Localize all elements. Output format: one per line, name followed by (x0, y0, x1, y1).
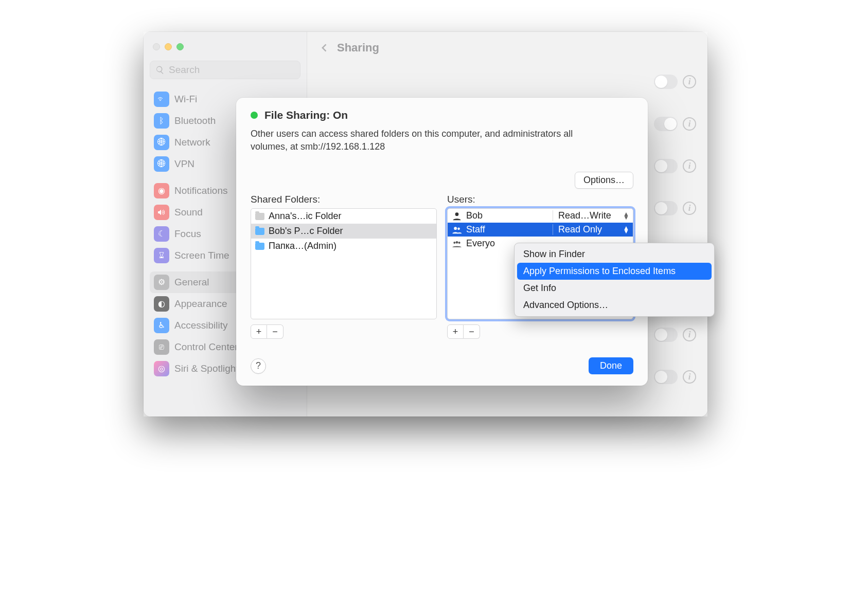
sidebar-item-label: Wi-Fi (174, 93, 197, 106)
toggle[interactable] (654, 117, 678, 131)
remove-user-button[interactable]: − (464, 324, 480, 339)
bluetooth-icon: ᛒ (154, 113, 169, 129)
user-name: Staff (466, 224, 485, 235)
svg-point-0 (455, 212, 459, 216)
folder-name: Anna's…ic Folder (269, 211, 342, 222)
sidebar-item-label: Network (174, 136, 210, 149)
sidebar-item-label: Bluetooth (174, 115, 216, 128)
back-icon[interactable] (320, 43, 330, 53)
shared-folders-label: Shared Folders: (251, 194, 437, 205)
file-sharing-sheet: File Sharing: On Other users can access … (236, 98, 648, 386)
svg-point-1 (454, 227, 457, 230)
search-icon (155, 65, 165, 75)
add-user-button[interactable]: + (447, 324, 464, 339)
shared-folders-pane: Shared Folders: Anna's…ic Folder Bob's P… (251, 194, 437, 339)
toggle[interactable] (654, 159, 678, 173)
menu-item-apply-permissions[interactable]: Apply Permissions to Enclosed Items (517, 263, 712, 280)
sidebar-item-label: Focus (174, 228, 201, 241)
help-button[interactable]: ? (251, 358, 266, 374)
user-name: Everyo (466, 238, 495, 249)
remove-folder-button[interactable]: − (267, 324, 283, 339)
sidebar-item-label: Screen Time (174, 249, 229, 262)
vpn-icon: 🌐︎ (154, 156, 169, 172)
status-dot-icon (251, 112, 258, 119)
shared-folders-list[interactable]: Anna's…ic Folder Bob's P…c Folder Папка…… (251, 208, 437, 319)
user-name: Bob (466, 210, 483, 221)
folder-icon (255, 228, 264, 235)
info-button[interactable]: i (683, 159, 696, 173)
folder-icon (255, 243, 264, 250)
bell-icon: ◉ (154, 183, 169, 198)
info-button[interactable]: i (683, 370, 696, 384)
globe-icon: 🌐︎ (154, 135, 169, 150)
folder-row[interactable]: Bob's P…c Folder (251, 224, 436, 239)
person-icon (452, 211, 462, 221)
folder-icon (255, 213, 264, 220)
info-button[interactable]: i (683, 75, 696, 88)
permission-dropdown[interactable]: Read…Write▲▼ (553, 210, 629, 221)
close-window-button[interactable] (153, 43, 160, 50)
folder-name: Папка…(Admin) (269, 241, 336, 251)
toggle[interactable] (654, 201, 678, 215)
info-button[interactable]: i (683, 117, 696, 131)
permission-value: Read Only (558, 224, 602, 235)
folder-row[interactable]: Anna's…ic Folder (251, 209, 436, 224)
permission-value: Read…Write (558, 210, 611, 221)
sheet-title: File Sharing: On (251, 109, 633, 121)
traffic-lights (150, 40, 300, 61)
zoom-window-button[interactable] (176, 43, 184, 50)
wifi-icon: ᯤ (154, 92, 169, 107)
search-input[interactable]: Search (150, 61, 300, 79)
sidebar-item-label: Appearance (174, 298, 227, 311)
menu-item-show-in-finder[interactable]: Show in Finder (517, 246, 712, 263)
service-row: i (318, 61, 696, 103)
contrast-icon: ◐ (154, 296, 169, 312)
sidebar-item-label: VPN (174, 158, 194, 171)
users-label: Users: (447, 194, 633, 205)
header: Sharing (307, 32, 707, 61)
toggle[interactable] (654, 328, 678, 342)
sheet-title-text: File Sharing: On (264, 109, 348, 121)
page-title: Sharing (337, 41, 379, 55)
svg-point-4 (456, 241, 458, 244)
folder-row[interactable]: Папка…(Admin) (251, 239, 436, 253)
sidebar-item-label: Accessibility (174, 319, 227, 332)
sidebar-item-label: Control Center (174, 341, 238, 354)
user-add-remove: + − (447, 324, 633, 339)
people-icon (452, 239, 462, 248)
done-button[interactable]: Done (589, 357, 633, 374)
permission-dropdown[interactable]: Read Only▲▼ (553, 224, 629, 235)
moon-icon: ☾ (154, 226, 169, 242)
sidebar-item-label: Notifications (174, 185, 228, 197)
search-placeholder: Search (169, 64, 200, 76)
gear-icon: ⚙︎ (154, 275, 169, 290)
toggle[interactable] (654, 75, 678, 89)
hourglass-icon: ⌛︎ (154, 248, 169, 263)
context-menu: Show in Finder Apply Permissions to Encl… (514, 243, 715, 317)
sidebar-item-label: General (174, 276, 209, 289)
menu-item-advanced-options[interactable]: Advanced Options… (517, 297, 712, 314)
menu-item-get-info[interactable]: Get Info (517, 280, 712, 297)
accessibility-icon: ♿︎ (154, 318, 169, 333)
toggle[interactable] (654, 370, 678, 384)
siri-icon: ◎ (154, 361, 169, 376)
sidebar-item-label: Siri & Spotlight (174, 363, 239, 375)
sheet-description: Other users can access shared folders on… (251, 128, 606, 153)
user-row[interactable]: Bob Read…Write▲▼ (448, 209, 633, 223)
folder-name: Bob's P…c Folder (269, 226, 343, 237)
minimize-window-button[interactable] (165, 43, 172, 50)
options-button[interactable]: Options… (575, 172, 633, 189)
speaker-icon: 🔊︎ (154, 205, 169, 220)
svg-point-5 (458, 242, 460, 244)
info-button[interactable]: i (683, 328, 696, 341)
people-icon (452, 225, 462, 234)
svg-point-3 (453, 242, 455, 244)
folder-add-remove: + − (251, 324, 437, 339)
info-button[interactable]: i (683, 202, 696, 215)
add-folder-button[interactable]: + (251, 324, 267, 339)
switches-icon: ⎚ (154, 339, 169, 355)
chevron-up-down-icon: ▲▼ (623, 212, 629, 220)
user-row[interactable]: Staff Read Only▲▼ (448, 223, 633, 237)
system-settings-window: Search ᯤWi-Fi ᛒBluetooth 🌐︎Network 🌐︎VPN… (144, 32, 707, 416)
svg-point-2 (457, 227, 460, 230)
